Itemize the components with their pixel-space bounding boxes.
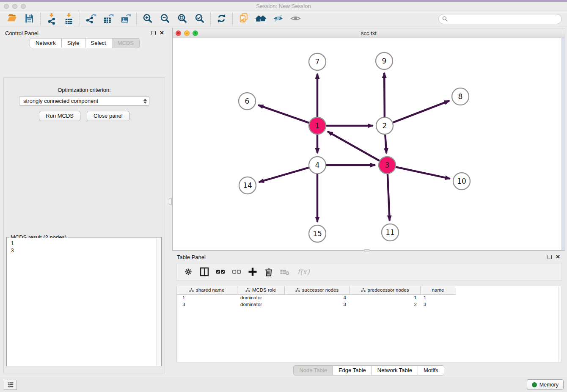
refresh-button[interactable] [213,12,230,26]
hide-graphics-button[interactable] [270,12,287,26]
home-view-icon [255,13,267,25]
tab-network[interactable]: Network [30,38,62,48]
save-session-icon [24,13,35,25]
add-row-icon [248,267,258,277]
graph-node-15[interactable]: 15 [309,225,326,242]
import-network-button[interactable] [43,12,60,26]
cell-0-2[interactable]: 4 [284,294,350,301]
memory-button[interactable]: Memory [527,379,564,390]
cell-1-0[interactable]: 3 [177,301,237,308]
save-session-button[interactable] [21,12,38,26]
graph-edge-3-11[interactable] [388,174,390,221]
graph-node-4[interactable]: 4 [309,157,326,174]
delete-table-button [278,265,292,279]
graph-node-10[interactable]: 10 [453,173,470,190]
tab-style[interactable]: Style [62,38,85,48]
deselect-all-button[interactable] [229,265,244,279]
network-window-titlebar[interactable]: ✕ − + scc.txt [173,28,565,38]
export-image-button[interactable] [117,12,134,26]
add-row-button[interactable] [245,265,260,279]
graph-node-9[interactable]: 9 [376,52,393,69]
graph-node-8[interactable]: 8 [452,88,469,105]
result-scrollbar[interactable] [156,238,161,365]
graph-node-14[interactable]: 14 [239,177,256,194]
table-settings-button[interactable] [181,265,195,279]
graph-edge-4-14[interactable] [259,168,309,182]
table-tab-edge-table[interactable]: Edge Table [333,365,372,375]
tab-mcds[interactable]: MCDS [112,38,140,48]
table-row-1[interactable]: 3dominator323 [177,301,561,308]
show-graphics-icon [290,13,301,25]
float-table-panel-icon[interactable] [548,255,552,259]
zoom-out-button[interactable] [156,12,173,26]
graph-edge-3-1[interactable] [328,132,379,161]
table-row-0[interactable]: 1dominator411 [177,294,561,301]
table-tab-network-table[interactable]: Network Table [372,365,418,375]
cell-1-4[interactable]: 3 [420,301,456,308]
export-network-button[interactable] [82,12,99,26]
panel-divider-grip[interactable] [169,198,172,205]
graph-edge-2-3[interactable] [385,135,386,153]
column-header-predecessor-nodes[interactable]: predecessor nodes [350,286,420,294]
search-box[interactable] [438,14,562,24]
close-table-panel-icon[interactable]: ✕ [556,255,560,259]
graph-node-6[interactable]: 6 [239,93,256,110]
zoom-out-icon [159,13,171,25]
column-header-shared-name[interactable]: shared name [177,286,237,294]
cell-1-1[interactable]: dominator [237,301,284,308]
network-canvas[interactable]: 1234678910111415 [173,38,565,250]
zoom-in-button[interactable] [139,12,156,26]
show-columns-button[interactable] [197,265,212,279]
task-history-button[interactable] [4,380,17,390]
toolbar-group-0 [3,12,38,26]
column-header-successor-nodes[interactable]: successor nodes [284,286,350,294]
cell-0-4[interactable]: 1 [420,294,456,301]
zoom-fit-button[interactable] [173,12,191,26]
close-panel-icon[interactable]: ✕ [160,31,164,35]
table-tab-motifs[interactable]: Motifs [418,365,444,375]
mcds-result-list[interactable]: 13 [7,238,161,365]
svg-text:14: 14 [243,181,252,190]
duplicate-network-button[interactable] [235,12,252,26]
svg-text:6: 6 [245,97,250,105]
open-session-button[interactable] [3,12,21,26]
select-all-button[interactable] [213,265,228,279]
cell-0-1[interactable]: dominator [237,294,284,301]
import-table-button[interactable] [60,12,77,26]
network-vertical-scrollbar[interactable] [561,38,565,250]
graph-node-1[interactable]: 1 [309,117,326,134]
show-graphics-button[interactable] [287,12,304,26]
search-input[interactable] [450,16,558,22]
control-panel: Control Panel ✕ NetworkStyleSelectMCDS O… [0,28,169,377]
tab-select[interactable]: Select [85,38,112,48]
zoom-selected-button[interactable] [191,12,208,26]
table-vertical-scrollbar[interactable] [558,286,561,362]
svg-text:4: 4 [315,161,320,169]
close-panel-button[interactable]: Close panel [87,111,129,121]
cell-1-3[interactable]: 2 [350,301,420,308]
network-bottom-grip[interactable] [364,249,370,251]
home-view-button[interactable] [252,12,270,26]
table-tab-node-table[interactable]: Node Table [293,365,333,375]
graph-edge-1-6[interactable] [258,105,309,123]
column-header-name[interactable]: name [420,286,456,294]
graph-edge-3-10[interactable] [396,167,450,179]
hierarchy-icon [361,288,366,292]
delete-row-button[interactable] [261,265,276,279]
column-header-MCDS-role[interactable]: MCDS role [237,286,284,294]
cell-0-0[interactable]: 1 [177,294,237,301]
cell-1-2[interactable]: 3 [284,301,350,308]
graph-node-7[interactable]: 7 [309,53,326,70]
cell-0-3[interactable]: 1 [350,294,420,301]
export-table-button[interactable] [99,12,117,26]
criterion-dropdown[interactable]: strongly connected component [19,96,149,106]
graph-node-3[interactable]: 3 [379,157,396,174]
graph-node-11[interactable]: 11 [382,224,399,241]
run-mcds-button[interactable]: Run MCDS [39,111,80,121]
float-panel-icon[interactable] [151,31,156,35]
graph-edge-2-8[interactable] [393,101,449,122]
svg-text:2: 2 [383,121,387,130]
graph-node-2[interactable]: 2 [376,117,393,134]
toolbar-group-1 [43,12,77,26]
graph-edge-2-9[interactable] [384,73,385,117]
